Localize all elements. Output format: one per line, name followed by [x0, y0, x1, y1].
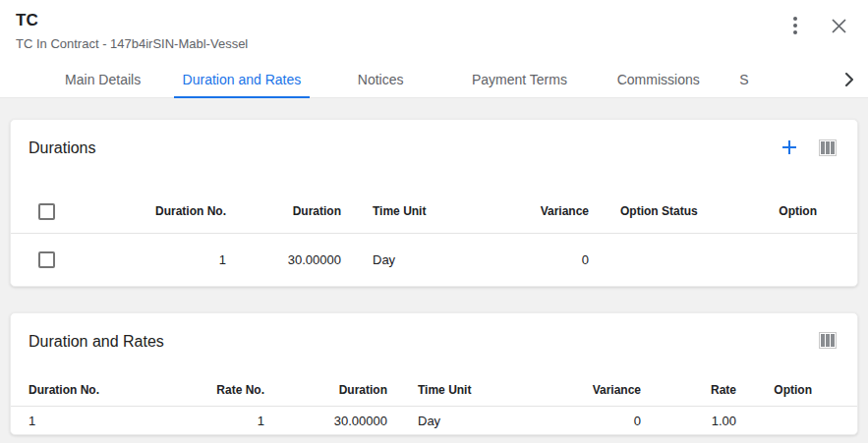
tab-main-details[interactable]: Main Details [33, 61, 172, 98]
cell-variance: 0 [508, 233, 589, 287]
tab-notices[interactable]: Notices [312, 61, 450, 98]
durations-actions [781, 138, 837, 156]
col-duration: Duration [264, 374, 387, 406]
header-actions [785, 16, 848, 35]
col-time-unit: Time Unit [341, 191, 508, 233]
dialog-title: TC [16, 9, 868, 32]
durations-table: Duration No. Duration Time Unit Variance… [11, 191, 857, 287]
duration-and-rates-actions [819, 332, 837, 349]
col-option-status: Option Status [589, 191, 768, 233]
cell-duration: 30.00000 [264, 406, 387, 435]
durations-row[interactable]: 1 30.00000 Day 0 [11, 233, 857, 287]
cell-option [768, 233, 857, 287]
col-duration: Duration [226, 191, 341, 233]
tab-commissions[interactable]: Commissions [589, 61, 727, 98]
duration-and-rates-title: Duration and Rates [29, 330, 164, 354]
col-duration-no: Duration No. [80, 191, 226, 233]
durations-header-row: Duration No. Duration Time Unit Variance… [11, 191, 857, 233]
col-variance: Variance [561, 374, 641, 406]
col-option: Option [736, 374, 857, 406]
cell-option [736, 406, 857, 435]
row-select-checkbox[interactable] [38, 251, 55, 268]
duration-and-rates-table: Duration No. Rate No. Duration Time Unit… [11, 374, 857, 435]
tab-bar: Main Details Duration and Rates Notices … [0, 61, 868, 98]
cell-duration-no: 1 [80, 233, 226, 287]
durations-card-header: Durations [11, 120, 857, 160]
cell-time-unit: Day [387, 406, 561, 435]
close-icon[interactable] [829, 16, 848, 35]
add-duration-icon[interactable] [781, 138, 798, 156]
col-variance: Variance [508, 191, 589, 233]
col-duration-no: Duration No. [11, 374, 168, 406]
dialog-subtitle: TC In Contract - 147b4irSIN-Mabl-Vessel [16, 35, 868, 53]
content-area: Durations Dur [0, 98, 868, 443]
tab-payment-terms[interactable]: Payment Terms [450, 61, 589, 98]
columns-icon[interactable] [819, 139, 837, 156]
col-option: Option [768, 191, 857, 233]
cell-duration-no: 1 [11, 406, 168, 435]
tc-dialog: TC TC In Contract - 147b4irSIN-Mabl-Vess… [0, 0, 868, 443]
duration-and-rates-card-header: Duration and Rates [11, 313, 857, 354]
durations-card: Durations Dur [10, 119, 858, 287]
columns-icon[interactable] [819, 332, 837, 349]
cell-time-unit: Day [341, 233, 508, 287]
dialog-header: TC TC In Contract - 147b4irSIN-Mabl-Vess… [0, 0, 868, 61]
durations-title: Durations [29, 137, 95, 160]
cell-rate-no: 1 [168, 406, 264, 435]
cell-rate: 1.00 [641, 406, 736, 435]
duration-and-rates-row[interactable]: 1 1 30.00000 Day 0 1.00 [11, 406, 857, 435]
select-all-checkbox[interactable] [38, 203, 55, 220]
duration-and-rates-header-row: Duration No. Rate No. Duration Time Unit… [11, 374, 857, 406]
col-rate: Rate [641, 374, 736, 406]
more-options-icon[interactable] [785, 16, 805, 35]
chevron-right-icon[interactable] [831, 61, 868, 97]
col-time-unit: Time Unit [387, 374, 561, 406]
tab-duration-and-rates[interactable]: Duration and Rates [172, 61, 311, 98]
duration-and-rates-card: Duration and Rates Duration No. Rate No. [10, 312, 858, 435]
cell-variance: 0 [561, 406, 641, 435]
cell-duration: 30.00000 [226, 233, 341, 287]
cell-option-status [589, 233, 768, 287]
col-rate-no: Rate No. [168, 374, 264, 406]
